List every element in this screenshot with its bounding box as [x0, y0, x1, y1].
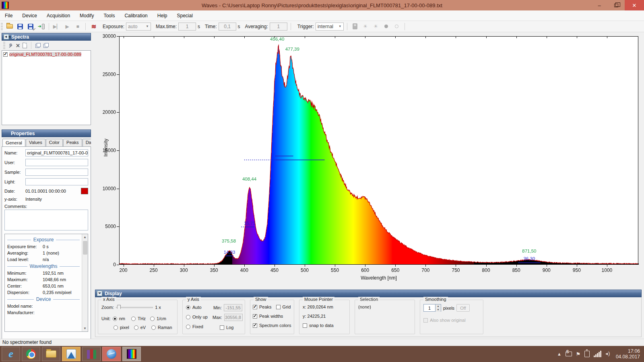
zoom-slider-thumb[interactable] — [117, 305, 121, 311]
averaging-input[interactable]: 1 — [270, 23, 287, 31]
yaxis-radio-fixed[interactable] — [186, 325, 190, 329]
name-input[interactable]: original_FLMT000781_17-00-00-089 — [25, 149, 88, 156]
dark-reference-button[interactable] — [351, 23, 359, 31]
lamp-off-button[interactable]: ☀ — [372, 23, 380, 31]
single-acquisition-button[interactable]: ▶▏ — [52, 23, 61, 31]
light-input[interactable] — [25, 178, 88, 185]
grid-checkbox[interactable] — [276, 305, 281, 309]
log-checkbox[interactable] — [220, 325, 224, 330]
tab-data[interactable]: Data — [83, 139, 91, 146]
scrollbar[interactable]: ▲ ▼ — [82, 234, 88, 331]
snap-to-data-checkbox[interactable] — [303, 323, 307, 328]
network-signal-icon[interactable] — [594, 351, 601, 357]
pin-icon[interactable] — [8, 43, 13, 48]
taskbar-app-internet-explorer[interactable]: e — [2, 347, 20, 361]
collapse-panel-button[interactable]: ◄◄ — [4, 34, 9, 39]
spectra-panel: ◄◄ Spectra ✕ original_FLMT000781_17-00-0… — [2, 33, 91, 128]
check-all-button[interactable] — [35, 43, 41, 48]
menu-help[interactable]: Help — [153, 11, 172, 20]
zoom-slider[interactable] — [116, 307, 153, 308]
unit-radio-nm[interactable] — [113, 317, 117, 321]
peaks-checkbox[interactable] — [253, 305, 257, 309]
spectrum-checkbox[interactable] — [3, 52, 8, 57]
menu-acquisition[interactable]: Acquisition — [42, 11, 75, 20]
taskbar-app-waves[interactable] — [122, 347, 141, 361]
max-input[interactable]: 30556,8 — [224, 314, 243, 321]
sync-laptop-icon[interactable] — [566, 352, 572, 356]
menu-calibration[interactable]: Calibration — [120, 11, 152, 20]
uncheck-all-button[interactable] — [43, 43, 49, 48]
menu-modify[interactable]: Modify — [75, 11, 99, 20]
smoothing-off-button[interactable]: Off — [456, 304, 469, 312]
taskbar-app-file-explorer[interactable] — [42, 347, 60, 361]
close-button[interactable]: ✕ — [625, 0, 644, 10]
tab-values[interactable]: Values — [26, 139, 45, 146]
taskbar-app-winrar[interactable] — [82, 347, 101, 361]
taskbar-clock[interactable]: 17:06 04.08.2017 — [616, 348, 640, 360]
taskbar-app-photo-viewer[interactable] — [62, 347, 80, 361]
unit-radio-1cm[interactable] — [150, 317, 155, 321]
scroll-up-icon[interactable]: ▲ — [82, 234, 88, 240]
min-input[interactable]: -151,55 — [224, 304, 242, 311]
sample-input[interactable] — [25, 169, 88, 176]
restore-button[interactable] — [608, 0, 625, 10]
stop-acquisition-button[interactable]: ■ — [73, 23, 82, 31]
peak-widths-checkbox[interactable] — [253, 314, 257, 319]
taskbar-app-chrome[interactable] — [22, 347, 40, 361]
reference-card-icon — [353, 23, 357, 29]
show-group: Show Peaks Grid Peak widths Spectrum col… — [250, 300, 294, 334]
spectra-mode-button[interactable]: ≋ — [89, 23, 98, 31]
spectrum-plot-canvas[interactable] — [93, 32, 644, 288]
hidden-icons-button[interactable]: ▲ — [557, 352, 561, 356]
user-input[interactable] — [25, 159, 88, 166]
save-button[interactable] — [16, 23, 25, 31]
list-item[interactable]: original_FLMT000781_17-00-00-089 — [3, 52, 89, 57]
new-spectrum-button[interactable] — [23, 43, 27, 48]
save-as-button[interactable] — [26, 23, 35, 31]
tab-peaks[interactable]: Peaks — [63, 139, 82, 146]
trigger-select[interactable]: internal ▼ — [316, 23, 344, 31]
collapse-display-button[interactable]: ⏷ — [97, 291, 102, 296]
action-center-flag-icon[interactable]: ⚑ — [576, 351, 581, 357]
unit-radio-pixel[interactable] — [114, 325, 118, 330]
spectrum-colors-checkbox[interactable] — [253, 323, 257, 328]
tab-color[interactable]: Color — [46, 139, 63, 146]
smoothing-stepper[interactable]: 1 ▲▼ — [423, 304, 441, 312]
peak-label: 375,58 — [222, 239, 236, 243]
time-input[interactable]: 0,1 — [219, 23, 236, 31]
menu-special[interactable]: Special — [172, 11, 197, 20]
lamp-on-button[interactable]: ☀ — [361, 23, 370, 31]
menu-device[interactable]: Device — [17, 11, 42, 20]
unit-radio-thz[interactable] — [131, 317, 136, 321]
delete-spectrum-button[interactable]: ✕ — [16, 43, 20, 49]
taskbar-app-browser-globe[interactable] — [102, 347, 121, 361]
comments-input[interactable] — [4, 210, 88, 230]
toolbar-grip — [1, 23, 3, 30]
status-text: No spectrometer found — [2, 339, 52, 345]
record-light-button[interactable] — [392, 23, 401, 31]
tab-general[interactable]: General — [2, 139, 25, 146]
unit-radio-ev[interactable] — [134, 325, 138, 330]
yaxis-radio-onlyup[interactable] — [186, 315, 190, 319]
menu-file[interactable]: File — [0, 11, 17, 20]
maxtime-input[interactable]: 1 — [178, 23, 196, 31]
color-swatch[interactable] — [81, 188, 88, 194]
display-panel: ⏷ Display x Axis Zoom: 1 x Unit: nm THz … — [95, 290, 642, 338]
export-button[interactable]: ➜ — [37, 23, 45, 31]
stepper-arrows-icon[interactable]: ▲▼ — [436, 304, 441, 312]
also-show-original-checkbox[interactable] — [423, 318, 428, 323]
scroll-down-icon[interactable]: ▼ — [82, 325, 88, 331]
unit-radio-raman[interactable] — [151, 325, 156, 330]
open-file-button[interactable] — [5, 23, 14, 31]
start-acquisition-button[interactable]: ▶ — [63, 23, 72, 31]
record-dark-button[interactable] — [382, 23, 391, 31]
scroll-thumb[interactable] — [83, 241, 87, 255]
minimize-button[interactable]: – — [591, 0, 608, 10]
menu-tools[interactable]: Tools — [99, 11, 120, 20]
volume-icon[interactable] — [605, 351, 612, 357]
clock-date: 04.08.2017 — [616, 354, 640, 360]
smoothing-value[interactable]: 1 — [423, 304, 436, 312]
exposure-select[interactable]: auto ▼ — [126, 23, 151, 31]
yaxis-radio-auto[interactable] — [186, 305, 190, 310]
battery-icon[interactable] — [584, 351, 590, 357]
